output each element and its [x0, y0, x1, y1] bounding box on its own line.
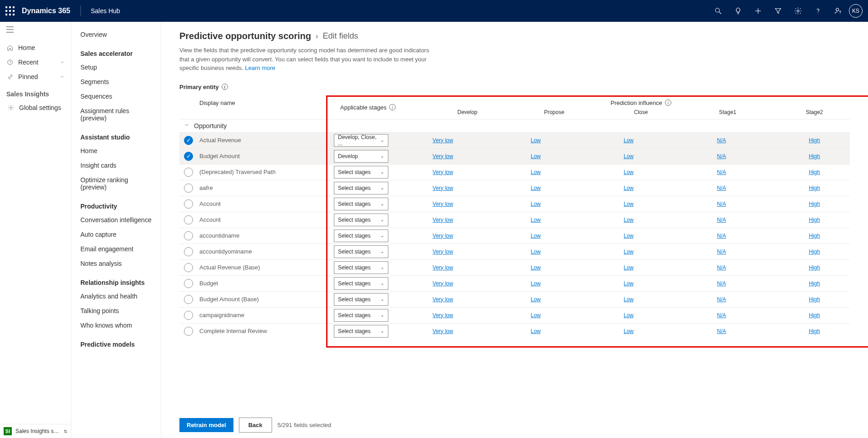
- influence-link[interactable]: Low: [610, 169, 647, 175]
- influence-link[interactable]: Low: [610, 217, 647, 223]
- influence-link[interactable]: Low: [610, 201, 647, 207]
- stage-select[interactable]: Select stages⌄: [334, 214, 388, 226]
- app-launcher-icon[interactable]: [5, 6, 15, 15]
- influence-link[interactable]: Very low: [425, 296, 461, 303]
- nav-global-settings[interactable]: Global settings: [0, 100, 71, 115]
- sec-item[interactable]: Conversation intelligence: [71, 213, 161, 227]
- area-switcher[interactable]: SI Sales Insights sett... ⇅: [0, 424, 71, 438]
- influence-link[interactable]: Low: [518, 169, 554, 175]
- influence-link[interactable]: Very low: [425, 328, 461, 334]
- influence-link[interactable]: Low: [518, 280, 554, 287]
- stage-select[interactable]: Select stages⌄: [334, 277, 388, 290]
- help-icon[interactable]: [809, 2, 827, 20]
- influence-link[interactable]: Low: [610, 249, 647, 255]
- sec-overview[interactable]: Overview: [71, 27, 161, 42]
- info-icon[interactable]: i: [665, 100, 671, 106]
- influence-link[interactable]: High: [796, 328, 833, 334]
- nav-home[interactable]: Home: [0, 40, 71, 55]
- sec-item[interactable]: Sequences: [71, 89, 161, 104]
- influence-link[interactable]: Low: [518, 137, 554, 144]
- influence-link[interactable]: Very low: [425, 249, 461, 255]
- influence-link[interactable]: Low: [610, 137, 647, 144]
- sec-item[interactable]: Segments: [71, 75, 161, 89]
- influence-link[interactable]: High: [796, 217, 833, 223]
- checkbox-unchecked[interactable]: [184, 215, 193, 224]
- influence-link[interactable]: Very low: [425, 201, 461, 207]
- checkbox-unchecked[interactable]: [184, 199, 193, 209]
- influence-link[interactable]: Low: [610, 264, 647, 271]
- influence-link[interactable]: N/A: [704, 264, 740, 271]
- sec-item[interactable]: Who knows whom: [71, 318, 161, 333]
- influence-link[interactable]: N/A: [704, 328, 740, 334]
- gear-icon[interactable]: [789, 2, 807, 20]
- info-icon[interactable]: i: [389, 104, 396, 110]
- learn-more-link[interactable]: Learn more: [245, 65, 275, 71]
- influence-link[interactable]: Low: [518, 312, 554, 319]
- influence-link[interactable]: N/A: [704, 233, 740, 239]
- sec-item[interactable]: Insight cards: [71, 158, 161, 173]
- influence-link[interactable]: Low: [610, 185, 647, 191]
- influence-link[interactable]: Very low: [425, 185, 461, 191]
- influence-link[interactable]: Very low: [425, 312, 461, 319]
- sec-item[interactable]: Setup: [71, 60, 161, 75]
- influence-link[interactable]: High: [796, 233, 833, 239]
- influence-link[interactable]: N/A: [704, 153, 740, 159]
- checkbox-unchecked[interactable]: [184, 247, 193, 256]
- sec-item[interactable]: Talking points: [71, 304, 161, 318]
- sec-item[interactable]: Auto capture: [71, 227, 161, 242]
- influence-link[interactable]: N/A: [704, 169, 740, 175]
- hamburger-icon[interactable]: [0, 22, 71, 39]
- sec-item[interactable]: Home: [71, 144, 161, 158]
- stage-select[interactable]: Select stages⌄: [334, 166, 388, 179]
- influence-link[interactable]: Very low: [425, 217, 461, 223]
- influence-link[interactable]: Low: [610, 312, 647, 319]
- stage-select[interactable]: Select stages⌄: [334, 229, 388, 242]
- influence-link[interactable]: Low: [610, 296, 647, 303]
- influence-link[interactable]: High: [796, 185, 833, 191]
- influence-link[interactable]: Very low: [425, 169, 461, 175]
- checkbox-unchecked[interactable]: [184, 231, 193, 240]
- influence-link[interactable]: Very low: [425, 264, 461, 271]
- checkbox-unchecked[interactable]: [184, 184, 193, 193]
- influence-link[interactable]: High: [796, 264, 833, 271]
- search-icon[interactable]: [709, 2, 727, 20]
- influence-link[interactable]: Very low: [425, 233, 461, 239]
- influence-link[interactable]: High: [796, 137, 833, 144]
- influence-link[interactable]: Very low: [425, 153, 461, 159]
- entity-group-row[interactable]: Opportunity: [179, 119, 850, 132]
- stage-select[interactable]: Develop⌄: [334, 150, 388, 163]
- influence-link[interactable]: Low: [610, 280, 647, 287]
- stage-select[interactable]: Select stages⌄: [334, 245, 388, 258]
- influence-link[interactable]: High: [796, 312, 833, 319]
- influence-link[interactable]: Low: [610, 328, 647, 334]
- person-help-icon[interactable]: [829, 2, 847, 20]
- plus-icon[interactable]: [749, 2, 767, 20]
- stage-select[interactable]: Select stages⌄: [334, 325, 388, 338]
- influence-link[interactable]: Low: [518, 217, 554, 223]
- stage-select[interactable]: Select stages⌄: [334, 182, 388, 194]
- checkbox-checked[interactable]: ✓: [184, 152, 193, 161]
- checkbox-unchecked[interactable]: [184, 168, 193, 177]
- influence-link[interactable]: Low: [518, 201, 554, 207]
- influence-link[interactable]: High: [796, 201, 833, 207]
- sec-item[interactable]: Analytics and health: [71, 289, 161, 304]
- influence-link[interactable]: High: [796, 296, 833, 303]
- influence-link[interactable]: Low: [518, 185, 554, 191]
- influence-link[interactable]: N/A: [704, 312, 740, 319]
- checkbox-unchecked[interactable]: [184, 327, 193, 336]
- checkbox-unchecked[interactable]: [184, 263, 193, 272]
- influence-link[interactable]: High: [796, 169, 833, 175]
- sec-item[interactable]: Optimize ranking (preview): [71, 173, 161, 194]
- influence-link[interactable]: N/A: [704, 249, 740, 255]
- influence-link[interactable]: N/A: [704, 280, 740, 287]
- influence-link[interactable]: Low: [518, 328, 554, 334]
- influence-link[interactable]: Low: [518, 233, 554, 239]
- influence-link[interactable]: Low: [518, 264, 554, 271]
- influence-link[interactable]: High: [796, 153, 833, 159]
- influence-link[interactable]: High: [796, 249, 833, 255]
- influence-link[interactable]: Very low: [425, 137, 461, 144]
- sec-item[interactable]: Notes analysis: [71, 256, 161, 271]
- stage-select[interactable]: Select stages⌄: [334, 293, 388, 306]
- nav-recent[interactable]: Recent: [0, 55, 71, 70]
- stage-select[interactable]: Select stages⌄: [334, 309, 388, 322]
